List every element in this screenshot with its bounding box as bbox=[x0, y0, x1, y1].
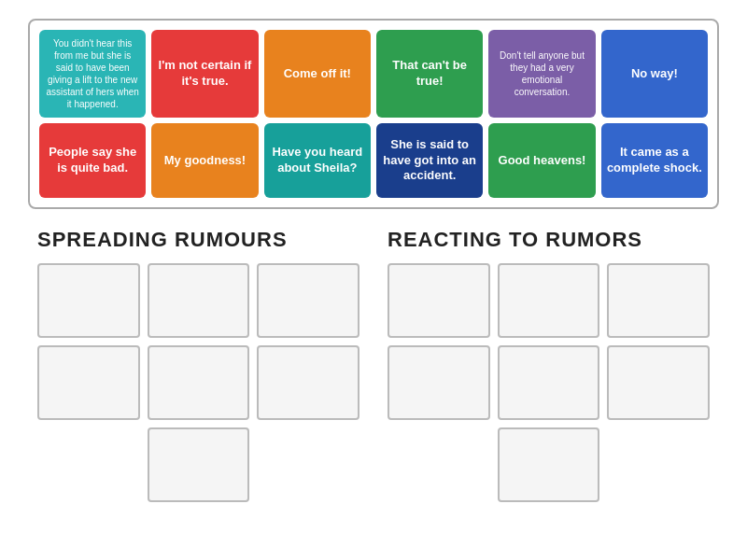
drop-cell[interactable] bbox=[257, 345, 359, 420]
drop-cell[interactable] bbox=[498, 263, 600, 338]
card-11[interactable]: Good heavens! bbox=[488, 123, 595, 198]
drop-cell[interactable] bbox=[498, 427, 600, 502]
drop-cell[interactable] bbox=[37, 263, 140, 338]
category-spreading: SPREADING RUMOURS bbox=[37, 228, 359, 502]
category-reacting: REACTING TO RUMORS bbox=[388, 228, 710, 502]
drop-cell[interactable] bbox=[607, 263, 710, 338]
drop-cell[interactable] bbox=[148, 263, 250, 338]
card-4[interactable]: That can't be true! bbox=[376, 30, 483, 118]
spreading-title: SPREADING RUMOURS bbox=[37, 228, 359, 252]
card-6[interactable]: No way! bbox=[601, 30, 708, 118]
drop-cell[interactable] bbox=[148, 427, 250, 502]
main-container: You didn't hear this from me but she is … bbox=[0, 0, 747, 521]
cards-area[interactable]: You didn't hear this from me but she is … bbox=[28, 19, 719, 209]
drop-cell[interactable] bbox=[148, 345, 250, 420]
reacting-title: REACTING TO RUMORS bbox=[388, 228, 710, 252]
card-12[interactable]: It came as a complete shock. bbox=[601, 123, 708, 198]
drop-cell[interactable] bbox=[388, 263, 490, 338]
drop-cell[interactable] bbox=[257, 263, 359, 338]
reacting-drop-grid bbox=[388, 263, 710, 502]
card-2[interactable]: I'm not certain if it's true. bbox=[151, 30, 258, 118]
drop-cell[interactable] bbox=[388, 345, 490, 420]
spreading-drop-grid bbox=[37, 263, 359, 502]
card-8[interactable]: My goodness! bbox=[151, 123, 258, 198]
sorting-area: SPREADING RUMOURS REACTING TO RUMORS bbox=[28, 228, 719, 502]
card-9[interactable]: Have you heard about Sheila? bbox=[264, 123, 371, 198]
drop-cell[interactable] bbox=[37, 345, 140, 420]
card-10[interactable]: She is said to have got into an accident… bbox=[376, 123, 483, 198]
card-3[interactable]: Come off it! bbox=[264, 30, 371, 118]
card-7[interactable]: People say she is quite bad. bbox=[39, 123, 146, 198]
drop-cell[interactable] bbox=[607, 345, 710, 420]
card-1[interactable]: You didn't hear this from me but she is … bbox=[39, 30, 146, 118]
drop-cell[interactable] bbox=[498, 345, 600, 420]
card-5[interactable]: Don't tell anyone but they had a very em… bbox=[488, 30, 595, 118]
